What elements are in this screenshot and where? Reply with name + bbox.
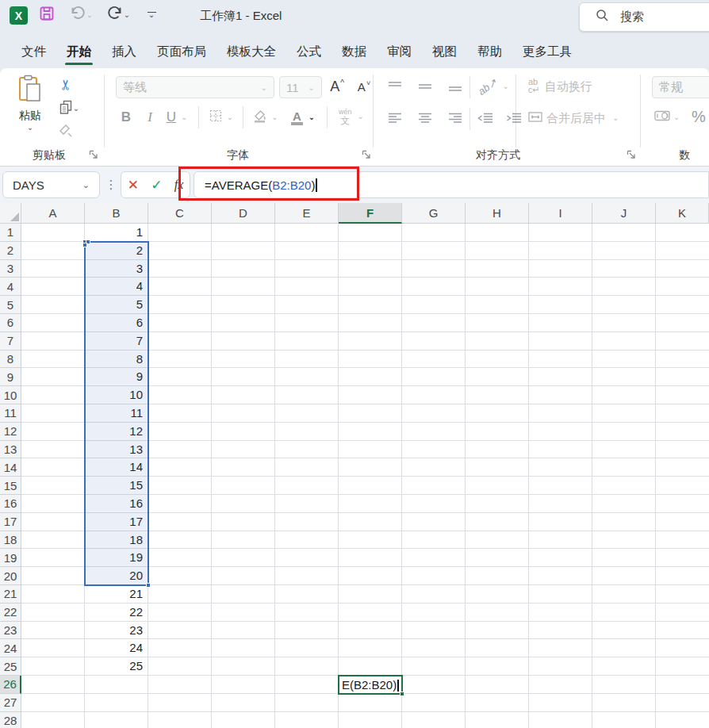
search-input[interactable]: 搜索 <box>579 2 709 32</box>
excel-logo-icon[interactable]: X <box>10 6 28 25</box>
fill-color-button[interactable]: ⌄ <box>249 108 282 127</box>
phonetic-guide-button[interactable]: wén 文 ⌄ <box>333 105 370 128</box>
underline-button[interactable]: U ⌄ <box>163 108 190 127</box>
row-header-5[interactable]: 5 <box>0 296 21 314</box>
row-header-16[interactable]: 16 <box>0 495 21 513</box>
column-header-G[interactable]: G <box>402 203 466 224</box>
formula-bar-options-icon[interactable]: ⋮ <box>105 171 117 198</box>
selection-handle[interactable] <box>146 583 151 588</box>
copy-button[interactable]: ⌄ <box>56 100 82 117</box>
row-header-28[interactable]: 28 <box>0 712 21 728</box>
row-header-22[interactable]: 22 <box>0 603 21 622</box>
align-top-button[interactable] <box>385 78 404 95</box>
paste-button[interactable]: 粘贴 ⌄ <box>13 75 48 144</box>
borders-button[interactable]: ⌄ <box>205 108 238 127</box>
column-header-B[interactable]: B <box>85 203 148 224</box>
reference-selection-B2-B20[interactable] <box>84 241 149 586</box>
row-header-17[interactable]: 17 <box>0 513 21 531</box>
font-dialog-launcher-icon[interactable] <box>362 150 371 159</box>
column-header-E[interactable]: E <box>275 203 339 224</box>
select-all-corner[interactable] <box>0 203 21 224</box>
tab-templates[interactable]: 模板大全 <box>217 36 286 68</box>
tab-view[interactable]: 视图 <box>422 36 467 68</box>
percent-style-button[interactable]: % <box>688 106 709 127</box>
column-header-A[interactable]: A <box>21 203 85 224</box>
customize-quick-access-button[interactable]: ⌄ <box>143 5 160 25</box>
tab-home[interactable]: 开始 <box>56 36 102 68</box>
cell-B21[interactable]: 21 <box>85 585 147 603</box>
column-header-J[interactable]: J <box>592 203 656 224</box>
align-bottom-button[interactable] <box>446 78 465 95</box>
tab-file[interactable]: 文件 <box>11 36 56 68</box>
cell-B25[interactable]: 25 <box>85 657 147 676</box>
column-header-F[interactable]: F <box>339 203 402 224</box>
increase-font-size-button[interactable]: A ^ <box>327 76 347 97</box>
fill-handle[interactable] <box>400 692 404 696</box>
save-button[interactable] <box>37 5 56 25</box>
enter-button[interactable]: ✓ <box>151 177 162 193</box>
undo-button[interactable]: ⌄ <box>67 5 95 25</box>
name-box[interactable]: DAYS ⌄ <box>2 171 100 198</box>
clipboard-dialog-launcher-icon[interactable] <box>89 150 98 159</box>
redo-button[interactable]: ⌄ <box>102 5 135 25</box>
column-header-I[interactable]: I <box>529 203 592 224</box>
row-header-19[interactable]: 19 <box>0 549 21 567</box>
cut-button[interactable]: ✂ <box>57 76 75 94</box>
increase-indent-button[interactable] <box>503 109 525 127</box>
tab-page-layout[interactable]: 页面布局 <box>147 36 217 68</box>
align-right-button[interactable] <box>446 109 465 127</box>
row-header-8[interactable]: 8 <box>0 351 21 369</box>
tab-insert[interactable]: 插入 <box>102 36 147 68</box>
row-header-23[interactable]: 23 <box>0 622 21 640</box>
column-header-D[interactable]: D <box>212 203 275 224</box>
row-header-1[interactable]: 1 <box>0 224 21 242</box>
row-header-4[interactable]: 4 <box>0 278 21 296</box>
row-header-15[interactable]: 15 <box>0 477 21 495</box>
format-painter-button[interactable] <box>57 124 75 141</box>
tab-formulas[interactable]: 公式 <box>286 36 332 68</box>
row-header-12[interactable]: 12 <box>0 423 21 441</box>
tab-review[interactable]: 审阅 <box>377 36 422 68</box>
selection-handle[interactable] <box>82 243 87 247</box>
bold-button[interactable]: B <box>117 108 135 127</box>
align-center-button[interactable] <box>416 109 435 127</box>
row-header-3[interactable]: 3 <box>0 260 21 278</box>
row-header-27[interactable]: 27 <box>0 694 21 712</box>
font-name-select[interactable]: 等线 ⌄ <box>116 76 274 98</box>
italic-button[interactable]: I <box>141 108 159 127</box>
cell-B24[interactable]: 24 <box>85 639 147 657</box>
number-format-select[interactable]: 常规 <box>652 76 709 98</box>
merge-center-button[interactable]: 合并后居中 ⌄ <box>528 108 639 128</box>
alignment-dialog-launcher-icon[interactable] <box>627 150 636 159</box>
align-middle-button[interactable] <box>416 78 435 95</box>
row-header-11[interactable]: 11 <box>0 404 21 423</box>
align-left-button[interactable] <box>385 109 404 127</box>
row-header-21[interactable]: 21 <box>0 585 21 603</box>
font-color-button[interactable]: A ⌄ <box>286 108 320 127</box>
cell-B22[interactable]: 22 <box>85 603 147 622</box>
font-size-select[interactable]: 11 ⌄ <box>279 76 322 98</box>
row-header-13[interactable]: 13 <box>0 441 21 459</box>
tab-data[interactable]: 数据 <box>332 36 377 68</box>
column-header-K[interactable]: K <box>656 203 709 224</box>
row-header-20[interactable]: 20 <box>0 567 21 585</box>
column-header-C[interactable]: C <box>148 203 212 224</box>
cancel-button[interactable]: ✕ <box>128 177 139 193</box>
tab-more-tools[interactable]: 更多工具 <box>512 36 582 68</box>
cell-B23[interactable]: 23 <box>85 622 147 640</box>
row-header-7[interactable]: 7 <box>0 332 21 351</box>
column-header-H[interactable]: H <box>466 203 529 224</box>
decrease-font-size-button[interactable]: A ˅ <box>354 76 374 97</box>
accounting-format-button[interactable]: ⌄ <box>652 108 682 127</box>
row-header-10[interactable]: 10 <box>0 386 21 404</box>
cell-B1[interactable]: 1 <box>85 224 147 242</box>
decrease-indent-button[interactable] <box>474 109 496 127</box>
tab-help[interactable]: 帮助 <box>467 36 512 68</box>
row-header-18[interactable]: 18 <box>0 531 21 550</box>
row-header-26[interactable]: 26 <box>0 676 21 694</box>
row-header-9[interactable]: 9 <box>0 368 21 386</box>
row-header-2[interactable]: 2 <box>0 242 21 260</box>
row-header-24[interactable]: 24 <box>0 639 21 657</box>
row-header-25[interactable]: 25 <box>0 657 21 676</box>
wrap-text-button[interactable]: abc↵ 自动换行 <box>528 76 633 97</box>
